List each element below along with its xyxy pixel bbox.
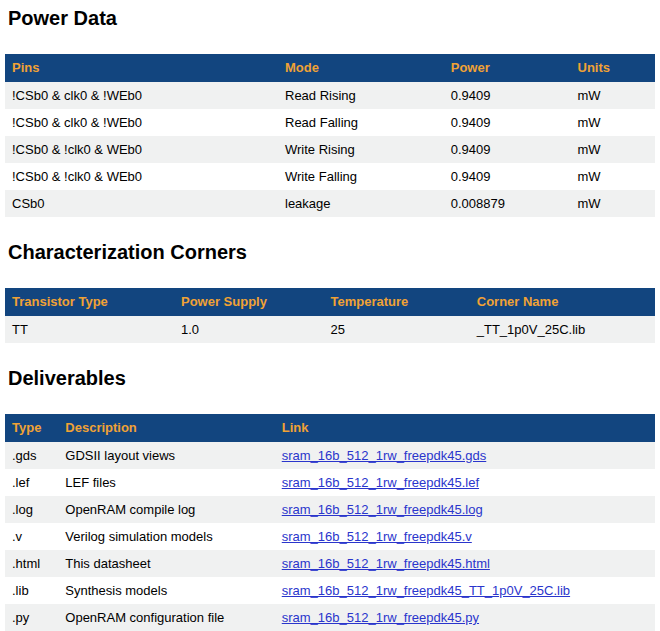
lef-file-link[interactable]: sram_16b_512_1rw_freepdk45.lef	[282, 475, 479, 490]
units-cell: mW	[571, 109, 656, 136]
link-cell: sram_16b_512_1rw_freepdk45.py	[275, 604, 655, 631]
units-cell: mW	[571, 163, 656, 190]
link-cell: sram_16b_512_1rw_freepdk45.gds	[275, 442, 655, 469]
mode-cell: Write Falling	[278, 163, 444, 190]
table-row: .html This datasheet sram_16b_512_1rw_fr…	[5, 550, 655, 577]
verilog-file-link[interactable]: sram_16b_512_1rw_freepdk45.v	[282, 529, 472, 544]
column-header-units: Units	[571, 54, 656, 82]
corner-name-cell: _TT_1p0V_25C.lib	[470, 316, 655, 343]
gds-file-link[interactable]: sram_16b_512_1rw_freepdk45.gds	[282, 448, 487, 463]
power-supply-cell: 1.0	[174, 316, 324, 343]
power-cell: 0.9409	[444, 109, 571, 136]
description-cell: Synthesis models	[58, 577, 274, 604]
table-row: !CSb0 & clk0 & !WEb0 Read Rising 0.9409 …	[5, 82, 655, 109]
deliverables-heading: Deliverables	[5, 367, 655, 390]
type-cell: .html	[5, 550, 58, 577]
table-row: .lib Synthesis models sram_16b_512_1rw_f…	[5, 577, 655, 604]
power-data-section: Power Data Pins Mode Power Units !CSb0 &…	[5, 7, 655, 217]
pins-cell: !CSb0 & clk0 & !WEb0	[5, 109, 278, 136]
table-row: .py OpenRAM configuration file sram_16b_…	[5, 604, 655, 631]
pins-cell: !CSb0 & clk0 & !WEb0	[5, 82, 278, 109]
mode-cell: Read Falling	[278, 109, 444, 136]
type-cell: .lef	[5, 469, 58, 496]
description-cell: Verilog simulation models	[58, 523, 274, 550]
link-cell: sram_16b_512_1rw_freepdk45.lef	[275, 469, 655, 496]
py-file-link[interactable]: sram_16b_512_1rw_freepdk45.py	[282, 610, 479, 625]
type-cell: .lib	[5, 577, 58, 604]
table-row: CSb0 leakage 0.008879 mW	[5, 190, 655, 217]
deliverables-header-row: Type Description Link	[5, 414, 655, 442]
column-header-power: Power	[444, 54, 571, 82]
type-cell: .gds	[5, 442, 58, 469]
column-header-pins: Pins	[5, 54, 278, 82]
description-cell: OpenRAM configuration file	[58, 604, 274, 631]
column-header-mode: Mode	[278, 54, 444, 82]
log-file-link[interactable]: sram_16b_512_1rw_freepdk45.log	[282, 502, 483, 517]
table-row: TT 1.0 25 _TT_1p0V_25C.lib	[5, 316, 655, 343]
column-header-link: Link	[275, 414, 655, 442]
description-cell: LEF files	[58, 469, 274, 496]
corners-header-row: Transistor Type Power Supply Temperature…	[5, 288, 655, 316]
power-data-heading: Power Data	[5, 7, 655, 30]
characterization-corners-heading: Characterization Corners	[5, 241, 655, 264]
mode-cell: Read Rising	[278, 82, 444, 109]
power-cell: 0.008879	[444, 190, 571, 217]
power-data-table: Pins Mode Power Units !CSb0 & clk0 & !WE…	[5, 54, 655, 217]
table-row: .lef LEF files sram_16b_512_1rw_freepdk4…	[5, 469, 655, 496]
link-cell: sram_16b_512_1rw_freepdk45.html	[275, 550, 655, 577]
transistor-type-cell: TT	[5, 316, 174, 343]
column-header-transistor-type: Transistor Type	[5, 288, 174, 316]
temperature-cell: 25	[324, 316, 470, 343]
power-cell: 0.9409	[444, 82, 571, 109]
column-header-description: Description	[58, 414, 274, 442]
characterization-corners-section: Characterization Corners Transistor Type…	[5, 241, 655, 343]
description-cell: This datasheet	[58, 550, 274, 577]
description-cell: GDSII layout views	[58, 442, 274, 469]
units-cell: mW	[571, 190, 656, 217]
type-cell: .py	[5, 604, 58, 631]
table-row: .log OpenRAM compile log sram_16b_512_1r…	[5, 496, 655, 523]
table-row: !CSb0 & clk0 & !WEb0 Read Falling 0.9409…	[5, 109, 655, 136]
datasheet-page: Power Data Pins Mode Power Units !CSb0 &…	[0, 0, 660, 631]
power-cell: 0.9409	[444, 163, 571, 190]
table-row: .v Verilog simulation models sram_16b_51…	[5, 523, 655, 550]
mode-cell: leakage	[278, 190, 444, 217]
units-cell: mW	[571, 82, 656, 109]
type-cell: .log	[5, 496, 58, 523]
deliverables-table: Type Description Link .gds GDSII layout …	[5, 414, 655, 631]
column-header-temperature: Temperature	[324, 288, 470, 316]
pins-cell: !CSb0 & !clk0 & WEb0	[5, 163, 278, 190]
mode-cell: Write Rising	[278, 136, 444, 163]
type-cell: .v	[5, 523, 58, 550]
html-file-link[interactable]: sram_16b_512_1rw_freepdk45.html	[282, 556, 490, 571]
power-data-header-row: Pins Mode Power Units	[5, 54, 655, 82]
pins-cell: CSb0	[5, 190, 278, 217]
column-header-corner-name: Corner Name	[470, 288, 655, 316]
link-cell: sram_16b_512_1rw_freepdk45.log	[275, 496, 655, 523]
column-header-power-supply: Power Supply	[174, 288, 324, 316]
lib-file-link[interactable]: sram_16b_512_1rw_freepdk45_TT_1p0V_25C.l…	[282, 583, 570, 598]
table-row: .gds GDSII layout views sram_16b_512_1rw…	[5, 442, 655, 469]
deliverables-section: Deliverables Type Description Link .gds …	[5, 367, 655, 631]
link-cell: sram_16b_512_1rw_freepdk45.v	[275, 523, 655, 550]
power-cell: 0.9409	[444, 136, 571, 163]
table-row: !CSb0 & !clk0 & WEb0 Write Rising 0.9409…	[5, 136, 655, 163]
link-cell: sram_16b_512_1rw_freepdk45_TT_1p0V_25C.l…	[275, 577, 655, 604]
units-cell: mW	[571, 136, 656, 163]
characterization-corners-table: Transistor Type Power Supply Temperature…	[5, 288, 655, 343]
column-header-type: Type	[5, 414, 58, 442]
description-cell: OpenRAM compile log	[58, 496, 274, 523]
table-row: !CSb0 & !clk0 & WEb0 Write Falling 0.940…	[5, 163, 655, 190]
pins-cell: !CSb0 & !clk0 & WEb0	[5, 136, 278, 163]
